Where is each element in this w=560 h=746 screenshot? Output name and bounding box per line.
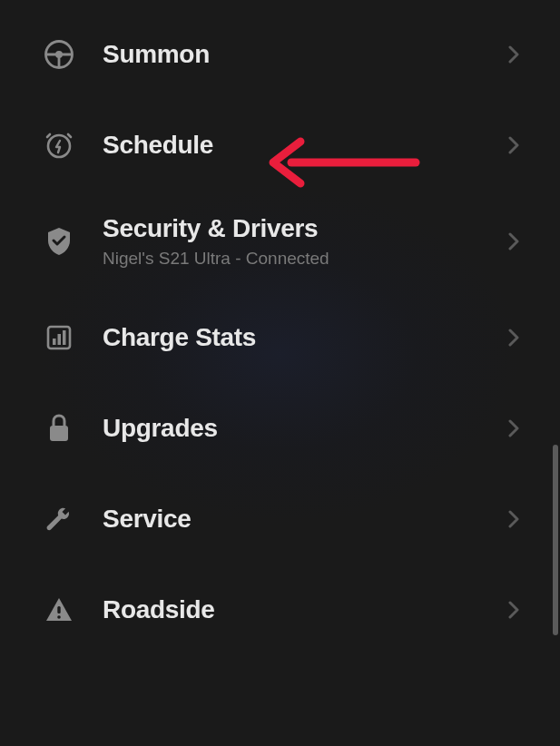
svg-rect-8	[57, 606, 60, 613]
warning-triangle-icon	[41, 592, 77, 628]
menu-item-roadside[interactable]: Roadside	[0, 564, 560, 655]
menu-item-upgrades[interactable]: Upgrades	[0, 383, 560, 474]
menu-item-security[interactable]: Security & Drivers Nigel's S21 Ultra - C…	[0, 191, 560, 292]
svg-rect-7	[50, 426, 68, 441]
menu-list: Summon Schedule	[0, 0, 560, 655]
menu-item-service[interactable]: Service	[0, 474, 560, 564]
menu-label: Upgrades	[103, 414, 508, 443]
menu-label: Schedule	[103, 131, 508, 160]
chevron-right-icon	[508, 45, 519, 64]
menu-item-schedule[interactable]: Schedule	[0, 100, 560, 191]
menu-item-summon[interactable]: Summon	[0, 9, 560, 100]
bar-chart-icon	[41, 319, 77, 356]
menu-sublabel: Nigel's S21 Ultra - Connected	[103, 249, 508, 269]
menu-label: Charge Stats	[103, 323, 508, 352]
menu-label: Roadside	[103, 595, 508, 624]
svg-rect-4	[53, 339, 56, 345]
menu-label: Security & Drivers	[103, 214, 508, 243]
menu-item-charge-stats[interactable]: Charge Stats	[0, 292, 560, 383]
svg-point-9	[57, 615, 61, 619]
shield-check-icon	[41, 223, 77, 260]
menu-label: Summon	[103, 40, 508, 69]
svg-rect-6	[63, 330, 66, 345]
wrench-icon	[41, 501, 77, 537]
lock-icon	[41, 410, 77, 447]
steering-wheel-icon	[41, 36, 77, 73]
scrollbar[interactable]	[553, 445, 558, 635]
chevron-right-icon	[508, 136, 519, 154]
chevron-right-icon	[508, 601, 519, 619]
menu-label: Service	[103, 505, 508, 534]
chevron-right-icon	[508, 329, 519, 347]
chevron-right-icon	[508, 510, 519, 528]
clock-bolt-icon	[41, 127, 77, 163]
chevron-right-icon	[508, 232, 519, 250]
svg-rect-5	[58, 334, 62, 345]
chevron-right-icon	[508, 419, 519, 437]
